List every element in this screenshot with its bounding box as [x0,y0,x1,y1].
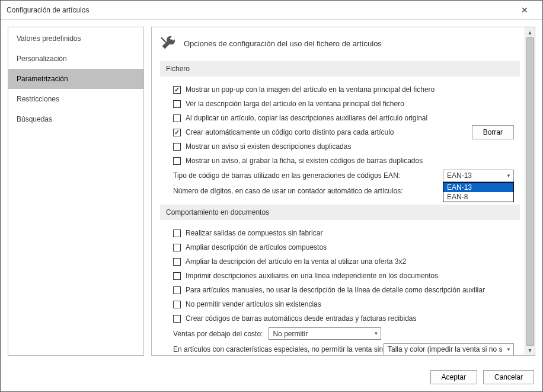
label-manual-no-aux: Para artículos manuales, no usar la desc… [186,286,485,294]
section-fichero-header: Fichero [160,61,520,77]
sidebar: Valores predefinidos Personalización Par… [8,27,144,356]
titlebar: Configuración de artículos ✕ [1,1,542,20]
label-imprimir-aux: Imprimir descripciones auxiliares en una… [186,272,438,280]
dropdown-opt-ean8[interactable]: EAN-8 [443,192,513,202]
checkbox-manual-no-aux[interactable] [173,286,181,294]
content-area: Valores predefinidos Personalización Par… [1,20,542,363]
checkbox-copy-aux[interactable] [173,114,181,122]
borrar-button[interactable]: Borrar [472,125,514,139]
label-popup-image: Mostrar un pop-up con la imagen del artí… [186,85,435,94]
select-carac-esp-value: Talla y color (impedir la venta si no s [388,345,503,353]
checkbox-long-desc[interactable] [173,100,181,108]
label-no-sin-exist: No permitir vender artículos sin existen… [186,300,321,308]
label-ventas-costo: Ventas por debajo del costo: [173,330,263,338]
label-crear-barcode: Crear códigos de barras automáticos desd… [186,314,417,323]
row-copy-aux: Al duplicar un artículo, copiar las desc… [160,111,520,125]
select-ventas-costo[interactable]: No permitir [269,327,381,340]
sidebar-item-parametrizacion[interactable]: Parametrización [8,69,143,89]
checkbox-popup-image[interactable] [173,86,181,94]
label-copy-aux: Al duplicar un artículo, copiar las desc… [186,114,427,122]
dropdown-opt-ean13[interactable]: EAN-13 [443,183,513,192]
section-comportamiento-header: Comportamiento en documentos [160,205,520,220]
row-ampliar-comp: Ampliar descripción de artículos compues… [160,240,520,254]
row-ampliar-3x2: Ampliar la descripción del artículo en l… [160,254,520,269]
row-imprimir-aux: Imprimir descripciones auxiliares en una… [160,269,520,283]
ok-button[interactable]: Aceptar [430,370,477,384]
row-barcode-type: Tipo de código de barras utilizado en la… [160,168,520,183]
row-long-desc: Ver la descripción larga del artículo en… [160,97,520,111]
select-barcode-type-value: EAN-13 [447,171,472,180]
scroll-thumb[interactable] [526,37,534,346]
page-title: Opciones de configuración del uso del fi… [184,39,382,48]
footer: Aceptar Cancelar [1,363,542,391]
row-ventas-costo: Ventas por debajo del costo: No permitir [160,326,520,342]
cancel-button[interactable]: Cancelar [483,370,534,384]
label-carac-esp: En artículos con características especia… [173,345,385,353]
select-barcode-type[interactable]: EAN-13 [443,170,514,182]
checkbox-auto-code[interactable] [173,129,181,136]
vertical-scrollbar[interactable]: ▲ ▼ [525,27,535,355]
sidebar-item-personalizacion[interactable]: Personalización [8,49,143,69]
checkbox-ampliar-3x2[interactable] [173,258,181,266]
main-panel: Opciones de configuración del uso del fi… [151,27,535,356]
scroll-down-arrow-icon[interactable]: ▼ [525,345,535,355]
label-dup-desc-warn: Mostrar un aviso si existen descripcione… [186,142,351,151]
row-popup-image: Mostrar un pop-up con la imagen del artí… [160,82,520,97]
window-title: Configuración de artículos [7,6,513,14]
close-button[interactable]: ✕ [513,1,536,19]
checkbox-salidas-comp[interactable] [173,230,181,237]
label-num-digits: Número de dígitos, en caso de usar un co… [173,187,403,195]
select-ventas-costo-value: No permitir [273,330,308,338]
checkbox-dup-desc-warn[interactable] [173,143,181,151]
label-long-desc: Ver la descripción larga del artículo en… [186,100,404,108]
svg-rect-0 [161,37,167,43]
sidebar-item-busquedas[interactable]: Búsquedas [8,109,143,129]
row-manual-no-aux: Para artículos manuales, no usar la desc… [160,283,520,297]
label-barcode-type: Tipo de código de barras utilizado en la… [173,171,400,180]
row-no-sin-exist: No permitir vender artículos sin existen… [160,297,520,311]
label-dup-barcode-warn: Mostrar un aviso, al grabar la ficha, si… [186,157,423,165]
checkbox-ampliar-comp[interactable] [173,244,181,251]
dropdown-barcode-type: EAN-13 EAN-8 [443,182,514,202]
label-ampliar-comp: Ampliar descripción de artículos compues… [186,243,327,251]
checkbox-dup-barcode-warn[interactable] [173,157,181,165]
main-scroll-content: Opciones de configuración del uso del fi… [152,27,525,355]
sidebar-item-valores[interactable]: Valores predefinidos [8,28,143,49]
label-ampliar-3x2: Ampliar la descripción del artículo en l… [186,257,406,266]
label-auto-code: Crear automáticamente un código corto di… [186,128,394,136]
page-header: Opciones de configuración del uso del fi… [160,34,520,53]
row-crear-barcode: Crear códigos de barras automáticos desd… [160,311,520,326]
row-dup-barcode-warn: Mostrar un aviso, al grabar la ficha, si… [160,154,520,168]
scroll-up-arrow-icon[interactable]: ▲ [525,27,535,37]
row-dup-desc-warn: Mostrar un aviso si existen descripcione… [160,139,520,154]
row-auto-code: Crear automáticamente un código corto di… [160,125,520,139]
row-salidas-comp: Realizar salidas de compuestos sin fabri… [160,226,520,240]
checkbox-imprimir-aux[interactable] [173,272,181,280]
sidebar-item-restricciones[interactable]: Restricciones [8,89,143,109]
settings-window: Configuración de artículos ✕ Valores pre… [0,0,543,392]
checkbox-crear-barcode[interactable] [173,315,181,323]
tools-icon [160,34,177,53]
checkbox-no-sin-exist[interactable] [173,301,181,308]
row-carac-esp: En artículos con características especia… [160,342,520,355]
label-salidas-comp: Realizar salidas de compuestos sin fabri… [186,229,322,237]
select-carac-esp[interactable]: Talla y color (impedir la venta si no s [384,343,514,356]
